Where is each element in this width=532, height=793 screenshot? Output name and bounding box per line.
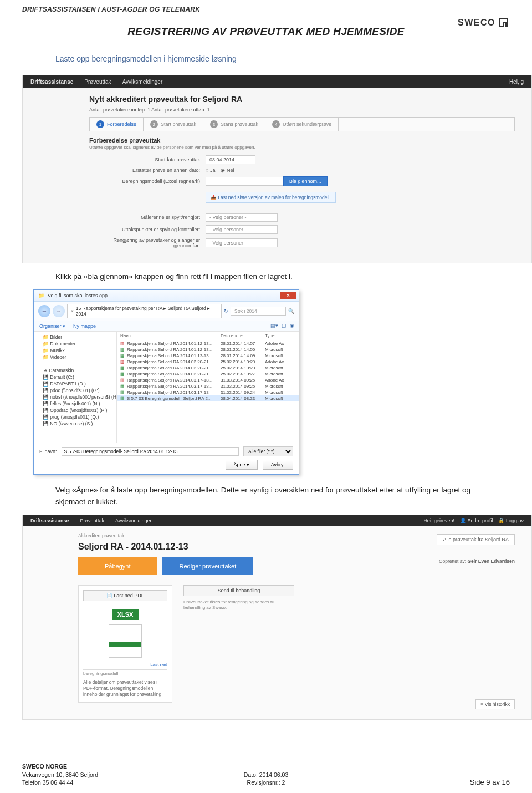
org-name: DRIFTSASSISTANSEN I AUST-AGDER OG TELEMA…: [22, 6, 510, 13]
file-row[interactable]: ▦Rapportskjema Seljord RA 2014.01.12-132…: [117, 353, 299, 359]
send-processing-button[interactable]: Send til behandling: [183, 585, 294, 596]
browse-button[interactable]: Bla gjennom...: [283, 176, 328, 186]
download-template-link[interactable]: 📥 Last ned siste versjon av malen for be…: [206, 192, 336, 203]
logo-text: SWECO: [458, 18, 495, 28]
step-2-label: Start prøveuttak: [161, 121, 196, 127]
measure1-select[interactable]: - Velg personer -: [206, 213, 278, 222]
new-folder-button[interactable]: Ny mappe: [73, 323, 96, 329]
sidebar-tree[interactable]: 📁 Bilder📁 Dokumenter📁 Musikk📁 Videoer 🖥 …: [34, 332, 117, 443]
sidebar-entry[interactable]: 💾 Oppdrag (\\nosjdfs001) (P:): [37, 407, 113, 414]
user-greeting: Hei, geireven!: [423, 518, 454, 523]
screenshot-file-dialog: 📁 Velg fil som skal lastes opp ✕ ← → «15…: [33, 289, 299, 475]
sidebar-entry[interactable]: 💾 notrst (\\nosjdfs001\person$) (H:): [37, 394, 113, 400]
xlsx-download-link[interactable]: Last ned: [150, 662, 167, 667]
file-row[interactable]: ▦Rapportskjema Seljord RA 2014.01.12-13.…: [117, 347, 299, 353]
refresh-icon[interactable]: ↻: [224, 308, 228, 314]
cancel-button[interactable]: Avbryt: [263, 460, 293, 470]
sidebar-entry[interactable]: 💾 pdoc (\\nosjdfs001) (G:): [37, 387, 113, 394]
edit-profile-label: Endre profil: [467, 518, 493, 523]
file-row[interactable]: ▥Rapportskjema Seljord RA 2014.03.17-18.…: [117, 377, 299, 383]
status-badge: Påbegynt: [78, 557, 157, 575]
col-name[interactable]: Navn: [120, 333, 221, 338]
file-row[interactable]: ▦Rapportskjema Seljord RA 2014.02.20-21.…: [117, 365, 299, 371]
model-file-input[interactable]: [206, 177, 283, 186]
download-pdf-button[interactable]: 📄 Last ned PDF: [83, 590, 167, 601]
nav3-brand[interactable]: Driftsassistanse: [30, 518, 69, 523]
show-history-button[interactable]: ≡ Vis historikk: [475, 699, 515, 709]
show-history-label: Vis historikk: [485, 702, 510, 707]
sidebar-entry[interactable]: 💾 Default (C:): [37, 374, 113, 380]
filename-label: Filnavn:: [39, 449, 57, 454]
measure3-label: Rengjøring av prøvetaker og slanger er g…: [89, 237, 206, 248]
step-4[interactable]: 4Utført sekundærprøve: [265, 118, 339, 131]
step-2[interactable]: 2Start prøveuttak: [144, 118, 203, 131]
replace-label: Erstatter prøve en annen dato:: [89, 167, 206, 173]
replace-yes-label: Ja: [210, 167, 216, 173]
svg-rect-0: [505, 23, 508, 27]
step-3[interactable]: 3Stans prøveuttak: [203, 118, 265, 131]
download-pdf-label: Last ned PDF: [114, 593, 144, 598]
col-date[interactable]: Dato endret: [221, 333, 265, 338]
step-3-label: Stans prøveuttak: [221, 121, 258, 127]
wizard-counts: Antall prøvetakere innløp: 1 Antall prøv…: [89, 107, 515, 113]
nav-user-greeting: Hei, g: [509, 79, 524, 85]
sidebar-entry[interactable]: 📁 Musikk: [37, 347, 113, 354]
close-button[interactable]: ✕: [280, 292, 296, 299]
filename-input[interactable]: [62, 447, 239, 456]
measure3-select[interactable]: - Velg personer -: [206, 238, 278, 247]
xlsx-filename: beregningsmodell: [83, 669, 167, 676]
help-icon[interactable]: ◉: [290, 323, 294, 328]
file-row[interactable]: ▦Rapportskjema Seljord RA 2014.03.17-18.…: [117, 383, 299, 389]
measure2-label: Uttakspunktet er spylt og kontrollert: [89, 227, 206, 232]
page-title: REGISTRERING AV PRØVEUTTAK MED HJEMMESID…: [0, 26, 532, 38]
sidebar-entry[interactable]: 💾 prog (\\nosjdfs001) (Q:): [37, 414, 113, 420]
startdate-label: Startdato prøveuttak: [89, 157, 206, 162]
step-1[interactable]: 1Forberedelse: [90, 118, 144, 131]
sidebar-entry[interactable]: 📁 Dokumenter: [37, 340, 113, 347]
hint-text: Last ned siste versjon av malen for bere…: [218, 195, 330, 200]
nav3-proveuttak[interactable]: Prøveuttak: [80, 518, 105, 523]
measure1-label: Målerenne er spylt/rengjort: [89, 215, 206, 220]
nav3-avvik[interactable]: Avviksmeldinger: [115, 518, 151, 523]
preview-icon[interactable]: ▢: [282, 323, 287, 328]
xlsx-badge: XLSX: [112, 609, 139, 620]
form-heading: Forberedelse prøveuttak: [89, 137, 515, 144]
breadcrumb-path[interactable]: «15 Rapportskjema for prøvetaking per RA…: [67, 304, 222, 318]
edit-profile-link[interactable]: 👤 Endre profil: [460, 518, 493, 523]
file-row[interactable]: ▦S 5.7-03 Beregningsmodell- Seljord RA 2…: [117, 395, 299, 401]
nav-back-button[interactable]: ←: [38, 305, 50, 317]
sidebar-entry[interactable]: 💾 DATAPART1 (D:): [37, 380, 113, 387]
nav-item-proveuttak[interactable]: Prøveuttak: [84, 79, 111, 85]
sidebar-entry[interactable]: [37, 360, 113, 367]
logo: SWECO: [458, 17, 510, 29]
pdf-caption: Alle detaljer om prøveuttaket vises i PD…: [83, 679, 167, 698]
nav-item-avvik[interactable]: Avviksmeldinger: [122, 79, 163, 85]
startdate-input[interactable]: 08.04.2014: [206, 155, 255, 164]
file-row[interactable]: ▦Rapportskjema Seljord RA 2014.03.17-183…: [117, 389, 299, 395]
open-button[interactable]: Åpne ▾: [226, 460, 258, 470]
file-row[interactable]: ▥Rapportskjema Seljord RA 2014.01.12-13.…: [117, 340, 299, 347]
file-row[interactable]: ▥Rapportskjema Seljord RA 2014.02.20-21.…: [117, 359, 299, 365]
sidebar-entry[interactable]: 📁 Videoer: [37, 354, 113, 360]
dialog-title: Velg fil som skal lastes opp: [48, 293, 108, 298]
organize-menu[interactable]: Organiser ▾: [39, 323, 65, 329]
nav-brand[interactable]: Driftsassistanse: [30, 79, 73, 85]
replace-radio-no[interactable]: ◉ Nei: [221, 167, 234, 173]
measure2-select[interactable]: - Velg personer -: [206, 225, 278, 234]
sidebar-entry[interactable]: 💾 felles (\\nosjdfs001) (N:): [37, 400, 113, 407]
search-input[interactable]: Søk i 2014: [231, 307, 286, 316]
nav-fwd-button[interactable]: →: [53, 305, 65, 317]
filetype-select[interactable]: Alle filer (*.*): [243, 446, 293, 456]
page-footer: SWECO NORGE Vekanvegen 10, 3840 Seljord …: [22, 762, 510, 786]
file-row[interactable]: ▦Rapportskjema Seljord RA 2014.02.20-212…: [117, 371, 299, 377]
replace-radio-yes[interactable]: ○ Ja: [206, 167, 215, 173]
sidebar-entry[interactable]: 🖥 Datamaskin: [37, 367, 113, 374]
edit-sample-button[interactable]: Rediger prøveuttaket: [162, 557, 253, 575]
logout-link[interactable]: 🔒 Logg av: [498, 518, 524, 523]
view-icon[interactable]: ▤▾: [270, 323, 278, 328]
footer-address: Vekanvegen 10, 3840 Seljord: [22, 771, 98, 779]
all-samples-button[interactable]: Alle prøveuttak fra Seljord RA: [437, 534, 515, 545]
col-type[interactable]: Type: [265, 333, 295, 338]
sidebar-entry[interactable]: 📁 Bilder: [37, 334, 113, 340]
sidebar-entry[interactable]: 💾 NO (\\sweco.se) (S:): [37, 420, 113, 427]
